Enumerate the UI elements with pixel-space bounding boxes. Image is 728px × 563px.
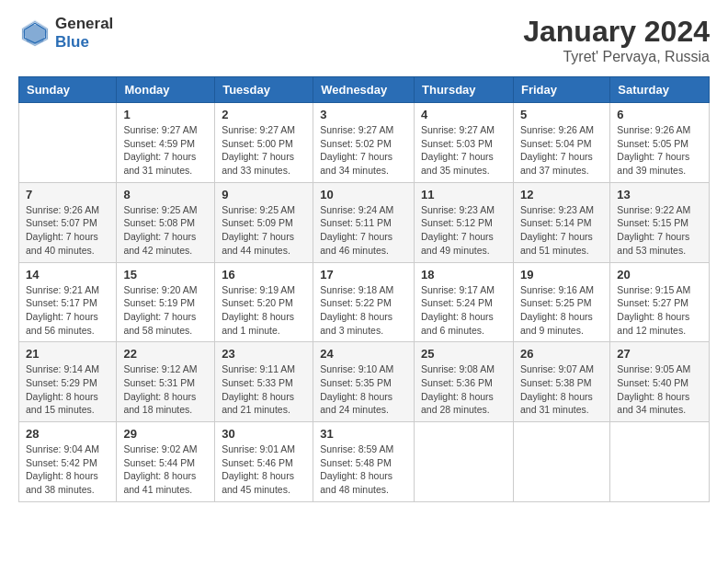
day-info: Sunrise: 9:27 AM Sunset: 5:00 PM Dayligh…	[222, 123, 306, 178]
calendar-cell: 17Sunrise: 9:18 AM Sunset: 5:22 PM Dayli…	[313, 262, 415, 342]
day-info: Sunrise: 9:17 AM Sunset: 5:24 PM Dayligh…	[421, 283, 506, 338]
calendar-cell: 13Sunrise: 9:22 AM Sunset: 5:15 PM Dayli…	[610, 182, 710, 262]
day-number: 9	[222, 188, 306, 201]
calendar-cell	[19, 103, 117, 183]
calendar-cell: 1Sunrise: 9:27 AM Sunset: 4:59 PM Daylig…	[117, 103, 215, 183]
calendar-cell: 6Sunrise: 9:26 AM Sunset: 5:05 PM Daylig…	[610, 103, 710, 183]
day-info: Sunrise: 9:22 AM Sunset: 5:15 PM Dayligh…	[617, 203, 702, 258]
calendar-cell: 9Sunrise: 9:25 AM Sunset: 5:09 PM Daylig…	[215, 182, 313, 262]
day-info: Sunrise: 9:08 AM Sunset: 5:36 PM Dayligh…	[421, 362, 506, 417]
calendar-cell: 15Sunrise: 9:20 AM Sunset: 5:19 PM Dayli…	[117, 262, 215, 342]
calendar-cell	[415, 422, 514, 502]
calendar-week-row: 7Sunrise: 9:26 AM Sunset: 5:07 PM Daylig…	[19, 182, 710, 262]
day-number: 5	[520, 108, 603, 121]
day-info: Sunrise: 9:19 AM Sunset: 5:20 PM Dayligh…	[222, 283, 306, 338]
page-header: General Blue January 2024 Tyret' Pervaya…	[18, 15, 710, 65]
calendar-cell	[513, 422, 609, 502]
calendar-cell: 24Sunrise: 9:10 AM Sunset: 5:35 PM Dayli…	[313, 342, 415, 422]
day-info: Sunrise: 9:27 AM Sunset: 4:59 PM Dayligh…	[123, 123, 208, 178]
calendar-cell: 27Sunrise: 9:05 AM Sunset: 5:40 PM Dayli…	[610, 342, 710, 422]
day-info: Sunrise: 9:01 AM Sunset: 5:46 PM Dayligh…	[222, 442, 306, 497]
day-number: 25	[421, 347, 506, 361]
day-number: 7	[26, 188, 109, 201]
calendar-cell: 31Sunrise: 8:59 AM Sunset: 5:48 PM Dayli…	[313, 422, 415, 502]
day-number: 4	[421, 108, 506, 121]
day-number: 18	[421, 268, 506, 282]
calendar-cell: 21Sunrise: 9:14 AM Sunset: 5:29 PM Dayli…	[19, 342, 117, 422]
day-info: Sunrise: 9:04 AM Sunset: 5:42 PM Dayligh…	[26, 442, 109, 497]
calendar-cell: 5Sunrise: 9:26 AM Sunset: 5:04 PM Daylig…	[513, 103, 609, 183]
day-info: Sunrise: 9:26 AM Sunset: 5:05 PM Dayligh…	[617, 123, 702, 178]
weekday-header-saturday: Saturday	[610, 77, 710, 103]
day-info: Sunrise: 9:25 AM Sunset: 5:09 PM Dayligh…	[222, 203, 306, 258]
calendar-cell: 7Sunrise: 9:26 AM Sunset: 5:07 PM Daylig…	[19, 182, 117, 262]
day-number: 23	[222, 347, 306, 361]
logo-blue-text: Blue	[55, 33, 113, 52]
calendar-cell: 30Sunrise: 9:01 AM Sunset: 5:46 PM Dayli…	[215, 422, 313, 502]
day-number: 22	[123, 347, 208, 361]
day-number: 8	[123, 188, 208, 201]
day-number: 16	[222, 268, 306, 282]
day-info: Sunrise: 9:23 AM Sunset: 5:14 PM Dayligh…	[520, 203, 603, 258]
day-number: 30	[222, 427, 306, 441]
calendar-cell: 4Sunrise: 9:27 AM Sunset: 5:03 PM Daylig…	[415, 103, 514, 183]
calendar-cell: 25Sunrise: 9:08 AM Sunset: 5:36 PM Dayli…	[415, 342, 514, 422]
calendar-week-row: 21Sunrise: 9:14 AM Sunset: 5:29 PM Dayli…	[19, 342, 710, 422]
weekday-header-thursday: Thursday	[415, 77, 514, 103]
weekday-header-monday: Monday	[117, 77, 215, 103]
day-info: Sunrise: 9:02 AM Sunset: 5:44 PM Dayligh…	[123, 442, 208, 497]
logo-general-text: General	[55, 15, 113, 33]
day-number: 12	[520, 188, 603, 201]
day-info: Sunrise: 9:20 AM Sunset: 5:19 PM Dayligh…	[123, 283, 208, 338]
calendar-cell: 20Sunrise: 9:15 AM Sunset: 5:27 PM Dayli…	[610, 262, 710, 342]
day-number: 20	[617, 268, 702, 282]
calendar-cell: 2Sunrise: 9:27 AM Sunset: 5:00 PM Daylig…	[215, 103, 313, 183]
calendar-cell: 16Sunrise: 9:19 AM Sunset: 5:20 PM Dayli…	[215, 262, 313, 342]
day-number: 27	[617, 347, 702, 361]
day-info: Sunrise: 9:26 AM Sunset: 5:07 PM Dayligh…	[26, 203, 109, 258]
day-number: 31	[320, 427, 407, 441]
calendar-cell: 14Sunrise: 9:21 AM Sunset: 5:17 PM Dayli…	[19, 262, 117, 342]
calendar-cell: 29Sunrise: 9:02 AM Sunset: 5:44 PM Dayli…	[117, 422, 215, 502]
calendar-title: January 2024	[523, 15, 710, 49]
day-number: 28	[26, 427, 109, 441]
calendar-cell: 19Sunrise: 9:16 AM Sunset: 5:25 PM Dayli…	[513, 262, 609, 342]
weekday-header-friday: Friday	[513, 77, 609, 103]
day-number: 13	[617, 188, 702, 201]
day-number: 24	[320, 347, 407, 361]
day-info: Sunrise: 9:18 AM Sunset: 5:22 PM Dayligh…	[320, 283, 407, 338]
day-number: 1	[123, 108, 208, 121]
day-info: Sunrise: 9:27 AM Sunset: 5:03 PM Dayligh…	[421, 123, 506, 178]
day-info: Sunrise: 9:07 AM Sunset: 5:38 PM Dayligh…	[520, 362, 603, 417]
calendar-table: SundayMondayTuesdayWednesdayThursdayFrid…	[18, 76, 710, 502]
day-info: Sunrise: 9:16 AM Sunset: 5:25 PM Dayligh…	[520, 283, 603, 338]
logo-text: General Blue	[55, 15, 113, 51]
day-number: 6	[617, 108, 702, 121]
day-info: Sunrise: 9:05 AM Sunset: 5:40 PM Dayligh…	[617, 362, 702, 417]
day-info: Sunrise: 9:12 AM Sunset: 5:31 PM Dayligh…	[123, 362, 208, 417]
logo-icon	[18, 17, 51, 50]
calendar-week-row: 14Sunrise: 9:21 AM Sunset: 5:17 PM Dayli…	[19, 262, 710, 342]
calendar-cell: 28Sunrise: 9:04 AM Sunset: 5:42 PM Dayli…	[19, 422, 117, 502]
day-info: Sunrise: 9:27 AM Sunset: 5:02 PM Dayligh…	[320, 123, 407, 178]
day-number: 14	[26, 268, 109, 282]
day-info: Sunrise: 9:10 AM Sunset: 5:35 PM Dayligh…	[320, 362, 407, 417]
weekday-header-row: SundayMondayTuesdayWednesdayThursdayFrid…	[19, 77, 710, 103]
day-info: Sunrise: 9:25 AM Sunset: 5:08 PM Dayligh…	[123, 203, 208, 258]
title-block: January 2024 Tyret' Pervaya, Russia	[523, 15, 710, 65]
day-number: 15	[123, 268, 208, 282]
day-info: Sunrise: 9:23 AM Sunset: 5:12 PM Dayligh…	[421, 203, 506, 258]
day-number: 10	[320, 188, 407, 201]
day-number: 11	[421, 188, 506, 201]
calendar-week-row: 1Sunrise: 9:27 AM Sunset: 4:59 PM Daylig…	[19, 103, 710, 183]
weekday-header-tuesday: Tuesday	[215, 77, 313, 103]
calendar-cell: 22Sunrise: 9:12 AM Sunset: 5:31 PM Dayli…	[117, 342, 215, 422]
weekday-header-wednesday: Wednesday	[313, 77, 415, 103]
calendar-cell: 10Sunrise: 9:24 AM Sunset: 5:11 PM Dayli…	[313, 182, 415, 262]
day-number: 2	[222, 108, 306, 121]
day-info: Sunrise: 9:14 AM Sunset: 5:29 PM Dayligh…	[26, 362, 109, 417]
calendar-cell: 3Sunrise: 9:27 AM Sunset: 5:02 PM Daylig…	[313, 103, 415, 183]
calendar-cell: 12Sunrise: 9:23 AM Sunset: 5:14 PM Dayli…	[513, 182, 609, 262]
calendar-cell: 23Sunrise: 9:11 AM Sunset: 5:33 PM Dayli…	[215, 342, 313, 422]
day-number: 21	[26, 347, 109, 361]
